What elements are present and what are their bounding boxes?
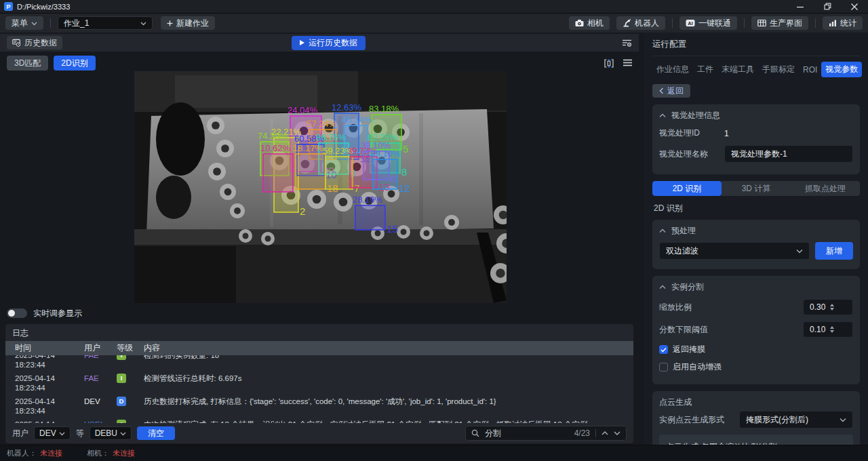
config-tab-手眼标定[interactable]: 手眼标定 xyxy=(758,62,799,77)
preprocess-select[interactable]: 双边滤波 xyxy=(659,242,810,260)
run-history-label: 运行历史数据 xyxy=(309,37,357,49)
log-filter-settings-icon[interactable] xyxy=(622,39,632,47)
config-tab-末端工具[interactable]: 末端工具 xyxy=(717,62,758,77)
log-col-header: 时间 xyxy=(5,342,84,354)
preprocess-card: 预处理 双边滤波 新增 xyxy=(652,220,860,269)
spinner-arrows[interactable] xyxy=(830,326,850,333)
config-tab-工件[interactable]: 工件 xyxy=(693,62,717,77)
mode-tab-3D 计算[interactable]: 3D 计算 xyxy=(722,181,791,196)
title-bar: P D:/Pickwiz/3333 xyxy=(0,0,868,14)
scene-image: 24.04%2012.63%1983.18%522.21%257.24%45.1… xyxy=(134,71,507,303)
chevron-up-icon xyxy=(659,228,666,233)
fit-view-icon[interactable] xyxy=(604,59,614,68)
auto-enhance-checkbox[interactable]: 启用自动增强 xyxy=(659,361,853,373)
user-filter-select[interactable]: DEV xyxy=(34,426,71,440)
preprocess-header[interactable]: 预处理 xyxy=(659,225,853,237)
auto-enhance-label: 启用自动增强 xyxy=(673,361,722,373)
divider xyxy=(50,18,51,28)
scale-label: 缩放比例 xyxy=(659,302,692,313)
scale-input[interactable]: 0.30 xyxy=(803,299,853,315)
left-panel: 历史数据 运行历史数据 3D匹 xyxy=(0,33,639,445)
history-data-button[interactable]: 历史数据 xyxy=(7,36,62,49)
chevron-down-icon xyxy=(840,418,846,422)
chevron-down-icon xyxy=(796,249,803,254)
一键联通-button[interactable]: AI一键联通 xyxy=(679,16,737,30)
相机-button[interactable]: 相机 xyxy=(569,16,610,30)
level-filter-select[interactable]: DEBU xyxy=(90,426,132,440)
pointcloud-form-select[interactable]: 掩膜形式(分割后) xyxy=(739,411,853,428)
back-button[interactable]: 返回 xyxy=(652,84,690,98)
spinner-arrows[interactable] xyxy=(830,304,850,310)
svg-text:5: 5 xyxy=(403,143,408,155)
config-tab-作业信息[interactable]: 作业信息 xyxy=(652,62,693,77)
action-label: 一键联通 xyxy=(698,18,731,29)
mode-tab-2D 识别[interactable]: 2D 识别 xyxy=(652,181,722,196)
menu-button[interactable]: 菜单 xyxy=(5,16,43,30)
svg-text:8: 8 xyxy=(401,166,407,178)
toggle-knob xyxy=(8,310,15,317)
svg-text:2: 2 xyxy=(300,205,305,217)
log-search-box[interactable]: 分割 4/23 xyxy=(465,426,627,441)
right-config-panel: 运行配置 作业信息工件末端工具手眼标定ROI视觉参数 返回 视觉处理信息 视觉处… xyxy=(644,33,868,445)
return-mask-checkbox[interactable]: 返回掩膜 xyxy=(659,344,853,355)
restore-button[interactable] xyxy=(814,0,841,13)
camera-status-label: 相机： xyxy=(87,449,109,457)
back-button-label: 返回 xyxy=(667,85,684,97)
svg-text:86.76%: 86.76% xyxy=(316,132,347,142)
action-label: 生产界面 xyxy=(770,18,802,29)
log-row: 2025-04-14 18:23:44FAEI检测管线运行总耗时: 6.697s xyxy=(5,372,633,395)
vision-info-title: 视觉处理信息 xyxy=(671,110,720,121)
search-next-icon[interactable] xyxy=(614,430,620,436)
run-history-button[interactable]: 运行历史数据 xyxy=(292,36,366,50)
vision-name-input[interactable]: 视觉处理参数-1 xyxy=(724,145,853,163)
view-tabs: 3D匹配2D识别 xyxy=(7,56,632,71)
close-button[interactable] xyxy=(841,0,868,13)
机器人-button[interactable]: 机器人 xyxy=(616,16,665,30)
level-filter-value: DEBU xyxy=(95,428,117,438)
level-filter-label: 等 xyxy=(76,428,84,439)
view-tab-2D识别[interactable]: 2D识别 xyxy=(54,56,95,71)
vision-id-label: 视觉处理ID xyxy=(659,127,724,139)
pointcloud-header: 点云生成 xyxy=(659,397,853,408)
segmentation-card: 实例分割 缩放比例 0.30 分数下限阈值 0.10 xyxy=(652,276,860,384)
job-select[interactable]: 作业_1 xyxy=(58,16,153,30)
svg-text:74.39%: 74.39% xyxy=(258,131,288,141)
config-tab-ROI[interactable]: ROI xyxy=(799,63,821,77)
log-col-header: 内容 xyxy=(144,342,633,354)
list-menu-icon[interactable] xyxy=(623,59,632,68)
log-level: I xyxy=(117,374,144,393)
pointcloud-card: 点云生成 实例点云生成形式 掩膜形式(分割后) 点云生成-包围盒缩放比例(分割后… xyxy=(652,391,860,445)
vision-name-value: 视觉处理参数-1 xyxy=(731,148,787,160)
new-job-button[interactable]: 新建作业 xyxy=(161,16,215,30)
view-tab-3D匹配[interactable]: 3D匹配 xyxy=(7,56,48,71)
config-tab-视觉参数[interactable]: 视觉参数 xyxy=(821,62,862,77)
segmentation-header[interactable]: 实例分割 xyxy=(659,281,853,293)
mode-tab-抓取点处理[interactable]: 抓取点处理 xyxy=(791,181,860,196)
chevron-left-icon xyxy=(659,87,664,94)
chevron-up-icon xyxy=(659,285,666,289)
plus-icon xyxy=(167,20,173,26)
log-col-header: 等级 xyxy=(117,342,144,354)
divider xyxy=(672,18,673,28)
clear-log-button[interactable]: 清空 xyxy=(137,426,175,440)
chevron-down-icon xyxy=(140,21,146,26)
生产界面-button[interactable]: 生产界面 xyxy=(751,16,808,30)
vision-info-header[interactable]: 视觉处理信息 xyxy=(659,110,853,121)
add-preprocess-button[interactable]: 新增 xyxy=(815,242,853,260)
统计-button[interactable]: 统计 xyxy=(823,16,863,30)
score-threshold-input[interactable]: 0.10 xyxy=(803,321,853,338)
realtime-toggle[interactable] xyxy=(7,308,27,318)
score-threshold-value: 0.10 xyxy=(810,325,830,334)
robot-status-value: 未连接 xyxy=(40,449,62,457)
log-row: 2025-04-14 18:23:44USEII本次检测流程完成, 有 18 个… xyxy=(5,418,633,423)
svg-text:24.04%: 24.04% xyxy=(288,105,318,115)
search-prev-icon[interactable] xyxy=(601,430,608,436)
minimize-button[interactable] xyxy=(787,0,814,13)
log-time: 2025-04-14 18:23:44 xyxy=(5,397,84,416)
robot-status-label: 机器人： xyxy=(7,449,37,457)
pointcloud-form-value: 掩膜形式(分割后) xyxy=(746,414,840,426)
search-input[interactable]: 分割 xyxy=(485,428,569,439)
history-data-icon xyxy=(12,39,21,47)
vision-info-card: 视觉处理信息 视觉处理ID 1 视觉处理名称 视觉处理参数-1 xyxy=(652,104,860,174)
window-title: D:/Pickwiz/3333 xyxy=(17,3,70,11)
